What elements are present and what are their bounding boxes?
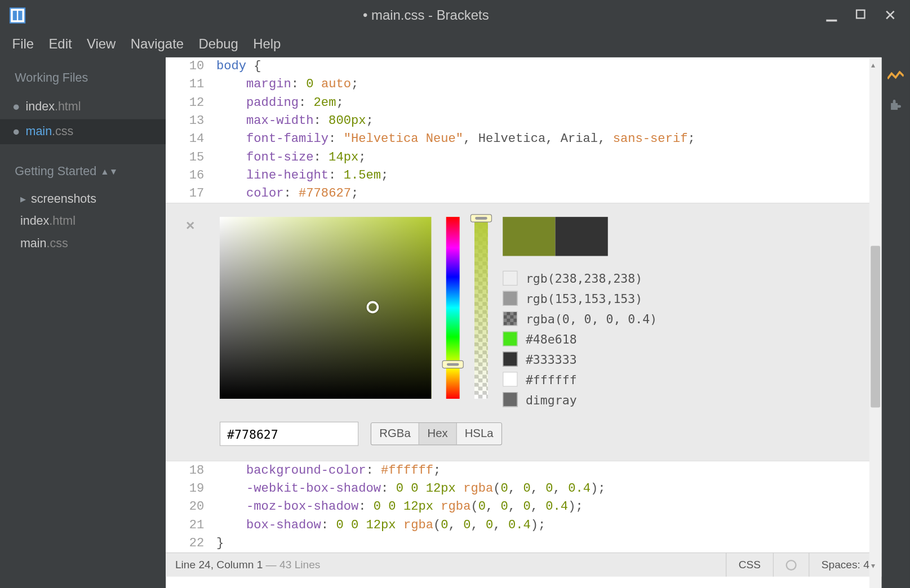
lint-status[interactable] — [773, 553, 809, 577]
menu-view[interactable]: View — [87, 36, 116, 52]
line-number: 11 — [166, 75, 216, 93]
recent-color-item[interactable]: #ffffff — [503, 372, 657, 386]
saturation-cursor[interactable] — [367, 301, 379, 314]
recent-color-item[interactable]: #48e618 — [503, 331, 657, 346]
color-label: rgb(238,238,238) — [526, 271, 642, 285]
menubar: FileEditViewNavigateDebugHelp — [0, 30, 910, 57]
sidebar: Working Files index.htmlmain.css Getting… — [0, 57, 166, 588]
color-chip — [503, 271, 517, 286]
menu-debug[interactable]: Debug — [198, 36, 238, 52]
recent-color-item[interactable]: dimgray — [503, 392, 657, 407]
code-line[interactable]: 19 -webkit-box-shadow: 0 0 12px rgba(0, … — [166, 480, 881, 498]
file-item[interactable]: main.css — [0, 233, 166, 255]
line-number: 22 — [166, 534, 216, 552]
scroll-thumb[interactable] — [871, 246, 880, 408]
code-line[interactable]: 16 line-height: 1.5em; — [166, 166, 881, 184]
file-item[interactable]: index.html — [0, 210, 166, 232]
scrollbar[interactable]: ▴ ▾ — [869, 57, 882, 588]
color-label: dimgray — [526, 393, 577, 407]
svg-rect-2 — [18, 11, 22, 20]
code-line[interactable]: 17 color: #778627; — [166, 185, 881, 203]
close-icon[interactable]: × — [186, 217, 194, 234]
recent-color-item[interactable]: #333333 — [503, 351, 657, 366]
statusbar: Line 24, Column 1 — 43 Lines CSS Spaces:… — [166, 553, 881, 577]
recent-color-item[interactable]: rgb(153,153,153) — [503, 291, 657, 306]
code-line[interactable]: 13 max-width: 800px; — [166, 112, 881, 130]
menu-navigate[interactable]: Navigate — [131, 36, 184, 52]
code-line[interactable]: 14 font-family: "Helvetica Neue", Helvet… — [166, 130, 881, 148]
folder-item[interactable]: ▶screenshots — [0, 188, 166, 210]
current-color-swatch[interactable] — [503, 217, 555, 256]
code-line[interactable]: 21 box-shadow: 0 0 12px rgba(0, 0, 0, 0.… — [166, 516, 881, 534]
format-rgba-button[interactable]: RGBa — [371, 423, 419, 444]
code-line[interactable]: 12 padding: 2em; — [166, 93, 881, 112]
color-compare — [503, 217, 657, 256]
inline-color-editor: × rgb(238,238,238)rgb(153,153,153)rgba(0… — [166, 203, 881, 461]
color-label: rgb(153,153,153) — [526, 291, 642, 305]
code-line[interactable]: 11 margin: 0 auto; — [166, 75, 881, 93]
line-number: 20 — [166, 498, 216, 516]
triangle-icon: ▶ — [20, 195, 26, 204]
color-label: #ffffff — [526, 372, 577, 386]
circle-icon — [785, 559, 796, 570]
line-count: — 43 Lines — [263, 559, 320, 570]
minimize-button[interactable] — [826, 8, 837, 22]
color-chip — [503, 351, 517, 366]
line-number: 10 — [166, 57, 216, 75]
working-file-item[interactable]: main.css — [0, 119, 166, 144]
color-chip — [503, 392, 517, 407]
cursor-position: Line 24, Column 1 — [175, 559, 263, 570]
menu-file[interactable]: File — [12, 36, 34, 52]
close-button[interactable]: ✕ — [884, 6, 896, 24]
code-line[interactable]: 22} — [166, 534, 881, 552]
format-hsla-button[interactable]: HSLa — [456, 423, 501, 444]
scroll-up-icon[interactable]: ▴ — [871, 60, 879, 69]
working-files-header: Working Files — [0, 64, 166, 95]
format-hex-button[interactable]: Hex — [419, 423, 456, 444]
right-toolbar — [881, 57, 909, 588]
saturation-field[interactable] — [220, 217, 432, 399]
color-label: #333333 — [526, 352, 577, 366]
live-preview-icon[interactable] — [887, 68, 904, 86]
menu-help[interactable]: Help — [253, 36, 281, 52]
working-file-item[interactable]: index.html — [0, 94, 166, 119]
project-header[interactable]: Getting Started ▲▼ — [0, 144, 166, 188]
maximize-button[interactable] — [856, 8, 865, 22]
language-mode[interactable]: CSS — [726, 553, 773, 577]
alpha-slider[interactable] — [474, 217, 488, 399]
line-number: 16 — [166, 166, 216, 184]
line-number: 14 — [166, 130, 216, 148]
color-chip — [503, 311, 517, 326]
modified-dot-icon — [14, 129, 19, 135]
menu-edit[interactable]: Edit — [48, 36, 72, 52]
svg-rect-0 — [10, 8, 25, 23]
modified-dot-icon — [14, 104, 19, 110]
color-label: #48e618 — [526, 332, 577, 346]
color-label: rgba(0, 0, 0, 0.4) — [526, 311, 657, 326]
code-line[interactable]: 20 -moz-box-shadow: 0 0 12px rgba(0, 0, … — [166, 498, 881, 516]
file-name: index.html — [25, 100, 81, 114]
editor[interactable]: 10body {11 margin: 0 auto;12 padding: 2e… — [166, 57, 881, 588]
line-number: 17 — [166, 185, 216, 203]
extensions-icon[interactable] — [888, 97, 903, 116]
hue-thumb[interactable] — [442, 360, 464, 368]
scroll-down-icon[interactable]: ▾ — [871, 561, 879, 571]
original-color-swatch[interactable] — [556, 217, 608, 256]
color-chip — [503, 291, 517, 306]
file-name: main.css — [25, 124, 73, 139]
window-title: • main.css - Brackets — [25, 7, 826, 23]
titlebar: • main.css - Brackets ✕ — [0, 0, 910, 30]
hex-input[interactable] — [220, 422, 358, 446]
code-line[interactable]: 18 background-color: #ffffff; — [166, 461, 881, 479]
line-number: 13 — [166, 112, 216, 130]
color-chip — [503, 331, 517, 346]
app-icon — [10, 7, 26, 24]
code-line[interactable]: 15 font-size: 14px; — [166, 148, 881, 166]
code-line[interactable]: 10body { — [166, 57, 881, 75]
alpha-thumb[interactable] — [470, 214, 492, 222]
hue-slider[interactable] — [446, 217, 460, 399]
recent-color-item[interactable]: rgba(0, 0, 0, 0.4) — [503, 311, 657, 326]
recent-color-item[interactable]: rgb(238,238,238) — [503, 271, 657, 286]
svg-rect-1 — [13, 11, 17, 20]
color-chip — [503, 372, 517, 386]
